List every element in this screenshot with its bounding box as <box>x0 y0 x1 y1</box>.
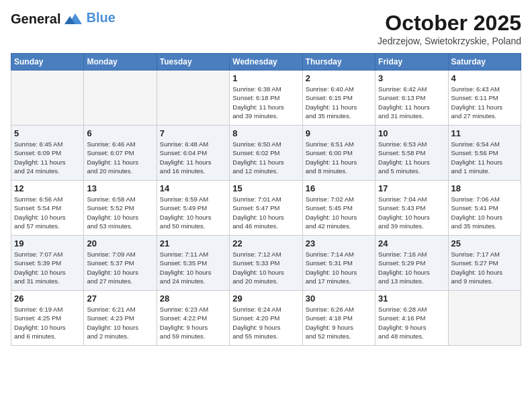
day-info: Sunrise: 7:01 AMSunset: 5:47 PMDaylight:… <box>232 195 299 230</box>
table-row: 14Sunrise: 6:59 AMSunset: 5:49 PMDayligh… <box>157 181 229 236</box>
header: General Blue October 2025 Jedrzejow, Swi… <box>11 11 521 46</box>
day-info: Sunrise: 6:51 AMSunset: 6:00 PMDaylight:… <box>306 140 372 175</box>
day-info: Sunrise: 7:02 AMSunset: 5:45 PMDaylight:… <box>306 195 372 230</box>
day-number: 2 <box>306 73 372 83</box>
day-number: 4 <box>451 73 518 83</box>
day-number: 8 <box>232 128 299 138</box>
calendar: Sunday Monday Tuesday Wednesday Thursday… <box>11 53 521 346</box>
logo-icon <box>63 11 83 27</box>
table-row <box>448 291 521 346</box>
day-number: 17 <box>378 183 445 193</box>
table-row: 9Sunrise: 6:51 AMSunset: 6:00 PMDaylight… <box>302 126 375 181</box>
table-row: 25Sunrise: 7:17 AMSunset: 5:27 PMDayligh… <box>448 236 521 291</box>
day-info: Sunrise: 6:56 AMSunset: 5:54 PMDaylight:… <box>14 195 81 230</box>
title-block: October 2025 Jedrzejow, Swietokrzyskie, … <box>378 11 521 46</box>
day-number: 18 <box>451 183 518 193</box>
table-row: 11Sunrise: 6:54 AMSunset: 5:56 PMDayligh… <box>448 126 521 181</box>
table-row: 7Sunrise: 6:48 AMSunset: 6:04 PMDaylight… <box>157 126 229 181</box>
calendar-week-row: 26Sunrise: 6:19 AMSunset: 4:25 PMDayligh… <box>11 291 521 346</box>
calendar-header-row: Sunday Monday Tuesday Wednesday Thursday… <box>11 54 521 71</box>
table-row: 16Sunrise: 7:02 AMSunset: 5:45 PMDayligh… <box>302 181 375 236</box>
table-row: 26Sunrise: 6:19 AMSunset: 4:25 PMDayligh… <box>11 291 84 346</box>
table-row: 30Sunrise: 6:26 AMSunset: 4:18 PMDayligh… <box>302 291 375 346</box>
day-number: 26 <box>14 293 81 304</box>
day-info: Sunrise: 7:09 AMSunset: 5:37 PMDaylight:… <box>87 250 153 285</box>
table-row: 12Sunrise: 6:56 AMSunset: 5:54 PMDayligh… <box>11 181 84 236</box>
col-saturday: Saturday <box>448 54 521 71</box>
day-info: Sunrise: 7:16 AMSunset: 5:29 PMDaylight:… <box>378 250 445 285</box>
day-number: 30 <box>306 293 372 304</box>
day-number: 27 <box>87 293 153 304</box>
day-info: Sunrise: 6:23 AMSunset: 4:22 PMDaylight:… <box>160 305 226 340</box>
day-number: 5 <box>14 128 81 138</box>
table-row: 4Sunrise: 6:43 AMSunset: 6:11 PMDaylight… <box>448 71 521 126</box>
day-info: Sunrise: 6:45 AMSunset: 6:09 PMDaylight:… <box>14 140 81 175</box>
table-row: 21Sunrise: 7:11 AMSunset: 5:35 PMDayligh… <box>157 236 229 291</box>
table-row: 19Sunrise: 7:07 AMSunset: 5:39 PMDayligh… <box>11 236 84 291</box>
table-row <box>84 71 157 126</box>
table-row: 1Sunrise: 6:38 AMSunset: 6:18 PMDaylight… <box>230 71 302 126</box>
table-row: 22Sunrise: 7:12 AMSunset: 5:33 PMDayligh… <box>230 236 302 291</box>
table-row: 23Sunrise: 7:14 AMSunset: 5:31 PMDayligh… <box>302 236 375 291</box>
day-info: Sunrise: 6:50 AMSunset: 6:02 PMDaylight:… <box>232 140 299 175</box>
day-number: 20 <box>87 238 153 248</box>
table-row: 18Sunrise: 7:06 AMSunset: 5:41 PMDayligh… <box>448 181 521 236</box>
day-info: Sunrise: 6:21 AMSunset: 4:23 PMDaylight:… <box>87 305 153 340</box>
day-number: 28 <box>160 293 226 304</box>
day-info: Sunrise: 6:24 AMSunset: 4:20 PMDaylight:… <box>232 305 299 340</box>
calendar-week-row: 19Sunrise: 7:07 AMSunset: 5:39 PMDayligh… <box>11 236 521 291</box>
table-row: 8Sunrise: 6:50 AMSunset: 6:02 PMDaylight… <box>230 126 302 181</box>
table-row: 2Sunrise: 6:40 AMSunset: 6:15 PMDaylight… <box>302 71 375 126</box>
day-number: 19 <box>14 238 81 248</box>
day-info: Sunrise: 7:14 AMSunset: 5:31 PMDaylight:… <box>306 250 372 285</box>
day-info: Sunrise: 6:26 AMSunset: 4:18 PMDaylight:… <box>306 305 372 340</box>
day-number: 6 <box>87 128 153 138</box>
day-info: Sunrise: 6:48 AMSunset: 6:04 PMDaylight:… <box>160 140 226 175</box>
day-info: Sunrise: 6:46 AMSunset: 6:07 PMDaylight:… <box>87 140 153 175</box>
table-row <box>11 71 84 126</box>
table-row: 29Sunrise: 6:24 AMSunset: 4:20 PMDayligh… <box>230 291 302 346</box>
day-number: 13 <box>87 183 153 193</box>
table-row: 3Sunrise: 6:42 AMSunset: 6:13 PMDaylight… <box>375 71 448 126</box>
logo-general: General <box>11 11 60 27</box>
day-info: Sunrise: 6:54 AMSunset: 5:56 PMDaylight:… <box>451 140 518 175</box>
day-number: 22 <box>232 238 299 248</box>
day-number: 15 <box>232 183 299 193</box>
table-row: 5Sunrise: 6:45 AMSunset: 6:09 PMDaylight… <box>11 126 84 181</box>
day-number: 23 <box>306 238 372 248</box>
day-number: 29 <box>232 293 299 304</box>
table-row: 13Sunrise: 6:58 AMSunset: 5:52 PMDayligh… <box>84 181 157 236</box>
table-row: 31Sunrise: 6:28 AMSunset: 4:16 PMDayligh… <box>375 291 448 346</box>
day-number: 25 <box>451 238 518 248</box>
day-number: 24 <box>378 238 445 248</box>
day-number: 10 <box>378 128 445 138</box>
day-info: Sunrise: 6:53 AMSunset: 5:58 PMDaylight:… <box>378 140 445 175</box>
location-subtitle: Jedrzejow, Swietokrzyskie, Poland <box>378 36 521 46</box>
col-monday: Monday <box>84 54 157 71</box>
day-info: Sunrise: 7:11 AMSunset: 5:35 PMDaylight:… <box>160 250 226 285</box>
col-thursday: Thursday <box>302 54 375 71</box>
day-info: Sunrise: 6:43 AMSunset: 6:11 PMDaylight:… <box>451 85 518 120</box>
table-row: 6Sunrise: 6:46 AMSunset: 6:07 PMDaylight… <box>84 126 157 181</box>
table-row: 20Sunrise: 7:09 AMSunset: 5:37 PMDayligh… <box>84 236 157 291</box>
day-info: Sunrise: 6:42 AMSunset: 6:13 PMDaylight:… <box>378 85 445 120</box>
col-wednesday: Wednesday <box>230 54 302 71</box>
day-number: 1 <box>232 73 299 83</box>
logo-blue: Blue <box>86 10 115 26</box>
day-number: 14 <box>160 183 226 193</box>
table-row: 15Sunrise: 7:01 AMSunset: 5:47 PMDayligh… <box>230 181 302 236</box>
day-number: 7 <box>160 128 226 138</box>
col-friday: Friday <box>375 54 448 71</box>
day-number: 12 <box>14 183 81 193</box>
table-row: 28Sunrise: 6:23 AMSunset: 4:22 PMDayligh… <box>157 291 229 346</box>
table-row: 24Sunrise: 7:16 AMSunset: 5:29 PMDayligh… <box>375 236 448 291</box>
calendar-week-row: 12Sunrise: 6:56 AMSunset: 5:54 PMDayligh… <box>11 181 521 236</box>
day-info: Sunrise: 6:40 AMSunset: 6:15 PMDaylight:… <box>306 85 372 120</box>
day-info: Sunrise: 7:06 AMSunset: 5:41 PMDaylight:… <box>451 195 518 230</box>
day-number: 3 <box>378 73 445 83</box>
day-info: Sunrise: 7:17 AMSunset: 5:27 PMDaylight:… <box>451 250 518 285</box>
day-info: Sunrise: 6:38 AMSunset: 6:18 PMDaylight:… <box>232 85 299 120</box>
table-row: 17Sunrise: 7:04 AMSunset: 5:43 PMDayligh… <box>375 181 448 236</box>
day-info: Sunrise: 6:19 AMSunset: 4:25 PMDaylight:… <box>14 305 81 340</box>
day-info: Sunrise: 7:12 AMSunset: 5:33 PMDaylight:… <box>232 250 299 285</box>
